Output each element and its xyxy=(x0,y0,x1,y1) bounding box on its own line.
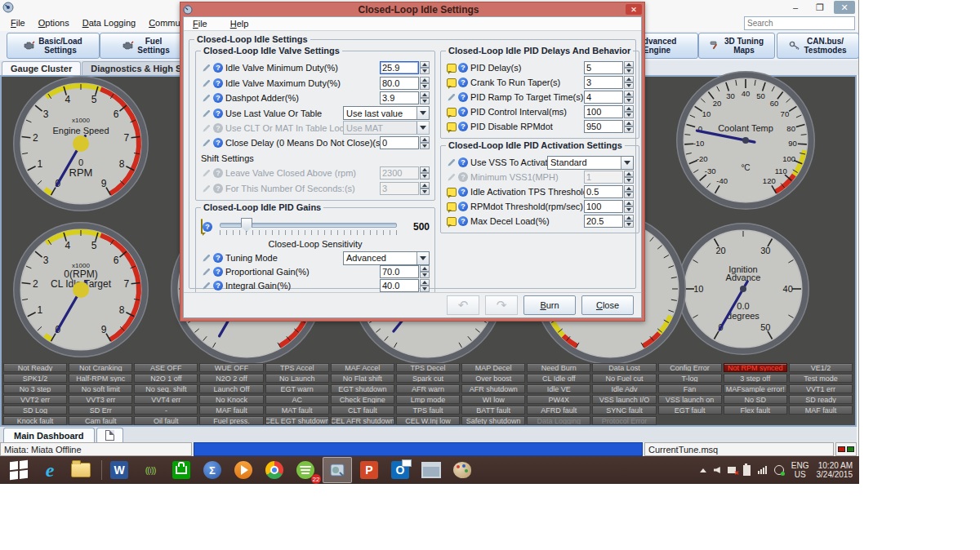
spinner-valve[interactable]: 25.9 xyxy=(380,61,430,74)
spinner-down[interactable] xyxy=(624,112,634,118)
word-icon[interactable]: W xyxy=(105,458,133,482)
toolbar-basic-load-settings[interactable]: Basic/LoadSettings xyxy=(7,33,100,59)
powerpoint-icon[interactable]: P xyxy=(355,458,383,482)
spinner-delays[interactable]: 3 xyxy=(584,76,634,89)
spinner-up[interactable] xyxy=(624,120,634,126)
outlook-icon[interactable]: O xyxy=(386,458,414,482)
remote-window-icon[interactable] xyxy=(417,458,445,482)
spinner-down[interactable] xyxy=(624,221,634,228)
wireless-antenna-icon[interactable]: ((ı)) xyxy=(136,458,164,482)
spinner-down[interactable] xyxy=(420,189,430,195)
spinner-valve[interactable]: 3.9 xyxy=(380,91,430,104)
start-button[interactable] xyxy=(5,458,33,482)
spinner-down[interactable] xyxy=(420,143,430,149)
spinner-down[interactable] xyxy=(624,192,634,198)
spinner-up[interactable] xyxy=(624,61,634,68)
spinner-gains[interactable]: 70.0 xyxy=(380,265,430,278)
help-icon[interactable]: ? xyxy=(213,109,223,118)
help-icon[interactable]: ? xyxy=(213,253,223,263)
help-icon[interactable]: ? xyxy=(458,172,468,182)
spinner-up[interactable] xyxy=(624,200,634,206)
spinner-up[interactable] xyxy=(420,166,430,173)
spinner-up[interactable] xyxy=(624,215,634,221)
spinner-down[interactable] xyxy=(624,126,634,133)
dropdown-arrow-icon[interactable] xyxy=(416,252,429,264)
spinner-down[interactable] xyxy=(420,83,430,90)
help-icon[interactable]: ? xyxy=(458,78,468,87)
toolbar-3d-tuning-maps[interactable]: 3D TuningMaps xyxy=(698,33,775,59)
dropdown-arrow-icon[interactable] xyxy=(621,157,633,169)
spinner-up[interactable] xyxy=(624,91,634,97)
internet-explorer-icon[interactable]: e xyxy=(36,458,64,482)
toolbar-fuel-settings[interactable]: FuelSettings xyxy=(100,33,193,59)
spinner-delays[interactable]: 5 xyxy=(584,61,634,74)
spinner-down[interactable] xyxy=(420,68,430,74)
spinner-down[interactable] xyxy=(624,206,634,213)
help-icon[interactable]: ? xyxy=(458,187,468,197)
help-icon[interactable]: ? xyxy=(213,184,223,193)
battery-icon[interactable] xyxy=(743,465,751,476)
spinner-up[interactable] xyxy=(624,105,634,112)
spinner-up[interactable] xyxy=(624,185,634,192)
toolbar-can-bus-testmodes[interactable]: CAN.bus/Testmodes xyxy=(777,33,859,59)
help-icon[interactable]: ? xyxy=(458,216,468,226)
volume-icon[interactable] xyxy=(714,467,720,473)
dropdown-arrow-icon[interactable] xyxy=(416,122,429,134)
close-button[interactable]: ✕ xyxy=(834,1,855,14)
spinner-activation[interactable]: 100 xyxy=(584,200,634,213)
spinner-activation[interactable]: 0.5 xyxy=(584,185,634,198)
math-input-icon[interactable]: Σ xyxy=(198,458,226,482)
file-explorer-icon[interactable] xyxy=(67,458,95,482)
help-icon[interactable]: ? xyxy=(213,63,223,73)
spinner-delays[interactable]: 100 xyxy=(584,105,634,118)
help-icon[interactable]: ? xyxy=(458,63,468,73)
sync-icon[interactable] xyxy=(774,465,784,475)
dropdown-activation[interactable]: Standard xyxy=(547,156,634,170)
spinner-activation[interactable]: 1 xyxy=(584,171,634,184)
help-icon[interactable]: ? xyxy=(213,281,223,291)
help-icon[interactable]: ? xyxy=(213,93,223,103)
tray-expand-icon[interactable] xyxy=(700,468,706,472)
help-icon[interactable]: ? xyxy=(458,202,468,211)
maximize-button[interactable]: ❐ xyxy=(809,1,831,14)
media-player-icon[interactable] xyxy=(229,458,257,482)
spinner-up[interactable] xyxy=(420,265,430,272)
spinner-activation[interactable]: 20.5 xyxy=(584,215,634,228)
help-icon[interactable]: ? xyxy=(213,168,223,178)
spinner-up[interactable] xyxy=(420,136,430,143)
help-icon[interactable]: ? xyxy=(213,138,223,148)
close-dialog-button[interactable]: Close xyxy=(581,295,634,315)
spinner-up[interactable] xyxy=(624,76,634,82)
spinner-delays[interactable]: 950 xyxy=(584,120,634,133)
spinner-valve[interactable]: 2300 xyxy=(380,166,430,180)
spinner-up[interactable] xyxy=(624,171,634,177)
dropdown-valve[interactable]: Use last value xyxy=(343,106,430,120)
action-center-flag-icon[interactable] xyxy=(728,467,736,473)
undo-button[interactable]: ↶ xyxy=(447,295,479,315)
dropdown-valve[interactable]: Use MAT xyxy=(343,121,430,135)
language-indicator[interactable]: ENGUS xyxy=(791,461,809,479)
spinner-valve[interactable]: 0 xyxy=(380,136,430,149)
spinner-down[interactable] xyxy=(420,286,430,292)
menu-file[interactable]: File xyxy=(5,16,31,29)
spinner-down[interactable] xyxy=(420,98,430,104)
paint-icon[interactable] xyxy=(448,458,476,482)
spinner-down[interactable] xyxy=(420,272,430,278)
spinner-up[interactable] xyxy=(420,279,430,286)
spinner-up[interactable] xyxy=(420,61,430,68)
help-icon[interactable]: ? xyxy=(203,222,212,232)
tab-main-dashboard[interactable]: Main Dashboard xyxy=(3,428,95,442)
dialog-titlebar[interactable]: Closed-Loop Idle Settings ✕ xyxy=(180,2,644,16)
help-icon[interactable]: ? xyxy=(458,157,468,167)
tunerstudio-icon[interactable] xyxy=(323,457,352,483)
spinner-valve[interactable]: 3 xyxy=(380,182,430,195)
help-icon[interactable]: ? xyxy=(213,78,223,88)
menu-options[interactable]: Options xyxy=(33,16,75,29)
help-icon[interactable]: ? xyxy=(458,92,468,102)
network-signal-icon[interactable] xyxy=(758,466,767,474)
dialog-menu-file[interactable]: File xyxy=(187,17,213,30)
sensitivity-slider[interactable] xyxy=(220,216,397,237)
burn-button[interactable]: Burn xyxy=(523,295,576,315)
menu-data-logging[interactable]: Data Logging xyxy=(77,16,141,29)
search-input[interactable] xyxy=(744,16,855,30)
